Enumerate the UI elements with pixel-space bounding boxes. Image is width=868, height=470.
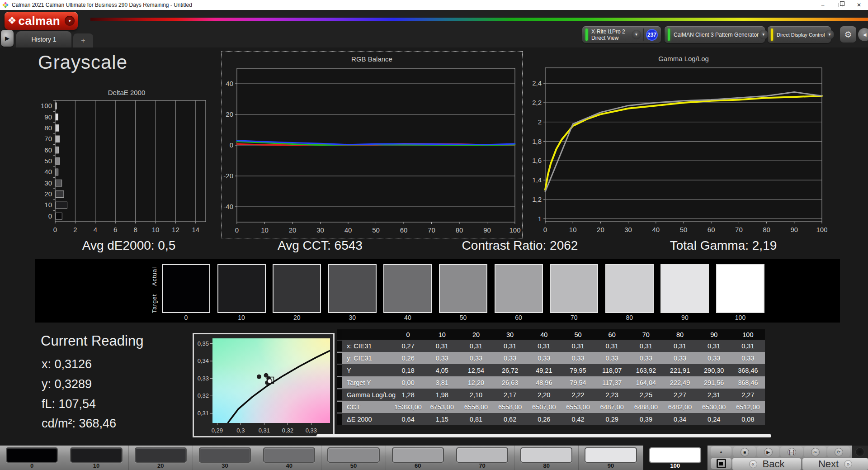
pattern-patch-button-50[interactable]: 50 [321,446,386,470]
table-value: 49,21 [527,367,561,374]
svg-text:80: 80 [44,124,52,132]
chevron-left-icon: ◀ [863,32,867,37]
next-button[interactable]: Next » [802,458,868,470]
pattern-patch-button-10[interactable]: 10 [64,446,128,470]
svg-text:10: 10 [152,226,160,233]
svg-text:70: 70 [44,135,52,142]
current-reading-title: Current Reading [41,333,143,349]
table-value: 2,23 [595,391,629,399]
svg-text:1,6: 1,6 [532,157,542,164]
table-value: 0,33 [561,355,595,362]
patch-label: 100 [643,462,707,469]
column-header: 50 [561,331,595,338]
display-control-dropdown[interactable]: Direct Display Control ▼ [768,26,831,43]
column-header: 100 [731,331,765,338]
play-button[interactable]: ▶ [757,446,779,457]
refresh-button[interactable]: ⟳ [827,446,850,457]
svg-text:60: 60 [400,226,408,234]
cie-chart[interactable]: 0,290,30,310,320,330,350,340,330,320,31 [193,333,335,437]
pattern-up-button[interactable]: ▲ [711,446,731,457]
table-row: x: CIE310,270,310,310,310,310,310,310,31… [337,340,765,352]
svg-text:70: 70 [428,226,435,234]
table-row: CCT15393,006753,006556,006558,006507,006… [337,401,765,413]
grayscale-swatch-40 [383,264,432,313]
pattern-patch-button-0[interactable]: 0 [0,446,64,470]
pattern-window-button[interactable] [711,458,731,469]
table-value: 164,04 [629,379,663,386]
svg-text:1,2: 1,2 [532,195,542,203]
pattern-patch-button-100[interactable]: 100 [643,446,708,470]
status-indicator [852,446,868,458]
table-value: 0,33 [663,355,697,362]
svg-text:0,33: 0,33 [198,375,209,382]
calman-menu-button[interactable]: ❖ calman ▼ [5,12,78,30]
pattern-bar: 0102030405060708090100 ▲ ■ ▶ [−] ∞ ⟳ « B… [0,446,868,470]
svg-text:2: 2 [73,226,77,233]
toolbar: ❖ calman ▼ ▶ History 1 + X-Rite i1Pro 2 … [0,10,868,47]
row-label: ΔE 2000 [343,416,391,423]
history-panel-toggle-button[interactable]: ▶ [1,30,14,47]
pattern-patch-button-90[interactable]: 90 [579,446,643,470]
continuous-read-button[interactable]: ∞ [804,446,826,457]
svg-text:40: 40 [44,168,52,176]
reading-x: x: 0,3126 [42,357,92,371]
meter-dropdown[interactable]: X-Rite i1Pro 2 Direct View ▼ 237 [582,26,661,43]
row-label: x: CIE31 [343,342,391,350]
swatch-label: 30 [328,314,377,321]
svg-text:10: 10 [569,226,577,233]
infinity-icon: ∞ [813,450,816,455]
close-button[interactable]: ✕ [850,0,868,10]
row-label: Target Y [343,379,391,386]
chevron-down-icon: ▼ [65,16,75,26]
table-value: 26,72 [493,367,527,374]
pattern-generator-dropdown[interactable]: CalMAN Client 3 Pattern Generator ▼ [665,26,765,43]
table-value: 79,95 [561,367,595,374]
patch-label: 90 [579,462,642,469]
pattern-patch-button-20[interactable]: 20 [129,446,193,470]
pattern-patch-button-70[interactable]: 70 [450,446,514,470]
table-value: 0,33 [459,355,493,362]
restore-button[interactable] [832,0,850,10]
horizontal-scrollbar[interactable] [316,434,771,437]
svg-text:0,32: 0,32 [282,427,293,434]
meter-count-badge[interactable]: 237 [646,29,658,41]
collapse-panel-button[interactable]: ◀ [858,28,868,41]
pattern-size-button[interactable]: [−] [780,446,803,457]
reading-y: y: 0,3289 [42,377,92,391]
pattern-patch-button-60[interactable]: 60 [386,446,450,470]
grayscale-swatch-50 [439,264,487,313]
svg-text:50: 50 [680,226,688,233]
pattern-patch-button-40[interactable]: 40 [257,446,321,470]
patch-swatch [585,447,637,463]
svg-text:100: 100 [509,226,520,234]
table-value: 0,31 [493,342,527,350]
table-value: 0,26 [527,416,561,423]
deltae-chart[interactable]: DeltaE 2000 0246810121410090807060504030… [36,89,217,239]
grayscale-swatch-30 [328,264,377,313]
settings-button[interactable]: ⚙ [840,26,856,43]
patch-swatch [327,447,379,463]
pattern-patch-button-30[interactable]: 30 [193,446,257,470]
table-value: 6553,00 [561,404,595,411]
patch-label: 50 [321,462,385,469]
stop-button[interactable]: ■ [733,446,756,457]
patch-swatch [456,447,508,463]
svg-text:10: 10 [261,226,269,234]
swatch-label: 60 [495,314,543,321]
svg-text:80: 80 [763,226,770,233]
table-value: 2,27 [731,391,765,399]
target-row-label: Target [151,290,158,317]
table-value: 12,20 [459,379,493,386]
minimize-button[interactable]: – [814,0,832,10]
rgb-balance-chart[interactable]: 40200-20-400102030405060708090100 RGB Ba… [221,51,523,238]
new-tab-button[interactable]: + [73,33,93,47]
tab-history-1[interactable]: History 1 [16,31,71,47]
pattern-generator-label: CalMAN Client 3 Pattern Generator [674,32,759,38]
reading-fl: fL: 107,54 [42,397,96,411]
row-label: y: CIE31 [343,355,391,362]
table-value: 12,54 [459,367,493,374]
pattern-patch-button-80[interactable]: 80 [514,446,579,470]
back-button[interactable]: « Back [732,458,801,470]
gamma-chart[interactable]: 2,42,221,81,61,41,2101020304050607080901… [524,51,827,238]
gamma-chart-title: Gamma Log/Log [545,55,822,62]
